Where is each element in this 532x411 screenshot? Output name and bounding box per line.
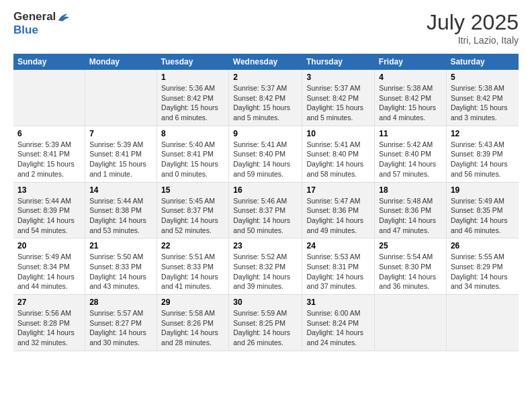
logo: General Blue — [13, 10, 71, 37]
calendar-cell: 9Sunrise: 5:41 AMSunset: 8:40 PMDaylight… — [229, 126, 302, 182]
table-row: 1Sunrise: 5:36 AMSunset: 8:42 PMDaylight… — [13, 70, 519, 126]
calendar-cell: 26Sunrise: 5:55 AMSunset: 8:29 PMDayligh… — [446, 238, 519, 295]
day-number: 30 — [233, 298, 298, 307]
day-info: Sunrise: 5:39 AMSunset: 8:41 PMDaylight:… — [89, 140, 152, 179]
day-number: 23 — [233, 241, 298, 250]
day-number: 12 — [451, 129, 515, 138]
day-info: Sunrise: 5:48 AMSunset: 8:36 PMDaylight:… — [379, 196, 442, 236]
day-number: 20 — [17, 241, 81, 250]
day-info: Sunrise: 5:41 AMSunset: 8:40 PMDaylight:… — [306, 140, 370, 179]
calendar-cell — [446, 295, 519, 351]
header: General Blue July 2025 Itri, Lazio, Ital… — [13, 10, 519, 46]
calendar-cell: 27Sunrise: 5:56 AMSunset: 8:28 PMDayligh… — [13, 295, 85, 351]
day-info: Sunrise: 5:36 AMSunset: 8:42 PMDaylight:… — [161, 83, 224, 123]
calendar-cell: 5Sunrise: 5:38 AMSunset: 8:42 PMDaylight… — [446, 70, 519, 126]
calendar-cell: 24Sunrise: 5:53 AMSunset: 8:31 PMDayligh… — [302, 238, 375, 295]
col-wednesday: Wednesday — [229, 54, 302, 70]
day-info: Sunrise: 5:51 AMSunset: 8:33 PMDaylight:… — [161, 252, 224, 291]
calendar-cell — [85, 70, 157, 126]
table-row: 6Sunrise: 5:39 AMSunset: 8:41 PMDaylight… — [13, 126, 519, 182]
day-number: 4 — [379, 73, 442, 82]
calendar-cell: 21Sunrise: 5:50 AMSunset: 8:33 PMDayligh… — [85, 238, 157, 295]
calendar-cell — [13, 70, 85, 126]
day-info: Sunrise: 5:45 AMSunset: 8:37 PMDaylight:… — [161, 196, 224, 236]
day-info: Sunrise: 5:54 AMSunset: 8:30 PMDaylight:… — [379, 252, 442, 291]
table-row: 27Sunrise: 5:56 AMSunset: 8:28 PMDayligh… — [13, 295, 519, 351]
day-number: 3 — [306, 73, 370, 82]
calendar-cell — [375, 295, 447, 351]
day-number: 7 — [89, 129, 152, 138]
day-info: Sunrise: 5:42 AMSunset: 8:40 PMDaylight:… — [379, 140, 442, 179]
table-row: 13Sunrise: 5:44 AMSunset: 8:39 PMDayligh… — [13, 182, 519, 238]
calendar-cell: 7Sunrise: 5:39 AMSunset: 8:41 PMDaylight… — [85, 126, 157, 182]
day-number: 14 — [89, 185, 152, 195]
calendar-cell: 15Sunrise: 5:45 AMSunset: 8:37 PMDayligh… — [157, 182, 229, 238]
calendar-cell: 17Sunrise: 5:47 AMSunset: 8:36 PMDayligh… — [302, 182, 375, 238]
day-number: 22 — [161, 241, 224, 250]
day-info: Sunrise: 5:37 AMSunset: 8:42 PMDaylight:… — [233, 83, 298, 123]
day-info: Sunrise: 6:00 AMSunset: 8:24 PMDaylight:… — [306, 308, 370, 348]
day-number: 1 — [161, 73, 224, 82]
day-info: Sunrise: 5:40 AMSunset: 8:41 PMDaylight:… — [161, 140, 224, 179]
day-info: Sunrise: 5:44 AMSunset: 8:39 PMDaylight:… — [17, 196, 81, 236]
day-info: Sunrise: 5:41 AMSunset: 8:40 PMDaylight:… — [233, 140, 298, 179]
calendar-cell: 14Sunrise: 5:44 AMSunset: 8:38 PMDayligh… — [85, 182, 157, 238]
day-number: 16 — [233, 185, 298, 195]
calendar-cell: 28Sunrise: 5:57 AMSunset: 8:27 PMDayligh… — [85, 295, 157, 351]
day-info: Sunrise: 5:43 AMSunset: 8:39 PMDaylight:… — [451, 140, 515, 179]
day-number: 19 — [451, 185, 515, 195]
day-number: 15 — [161, 185, 224, 195]
logo-general: General — [13, 10, 56, 23]
day-info: Sunrise: 5:49 AMSunset: 8:35 PMDaylight:… — [451, 196, 515, 236]
calendar-cell: 23Sunrise: 5:52 AMSunset: 8:32 PMDayligh… — [229, 238, 302, 295]
day-number: 24 — [306, 241, 370, 250]
calendar-cell: 31Sunrise: 6:00 AMSunset: 8:24 PMDayligh… — [302, 295, 375, 351]
day-number: 13 — [17, 185, 81, 195]
day-number: 6 — [17, 129, 81, 138]
day-info: Sunrise: 5:57 AMSunset: 8:27 PMDaylight:… — [89, 308, 152, 348]
day-info: Sunrise: 5:53 AMSunset: 8:31 PMDaylight:… — [306, 252, 370, 291]
col-saturday: Saturday — [446, 54, 519, 70]
day-info: Sunrise: 5:47 AMSunset: 8:36 PMDaylight:… — [306, 196, 370, 236]
calendar-cell: 11Sunrise: 5:42 AMSunset: 8:40 PMDayligh… — [375, 126, 447, 182]
calendar-cell: 25Sunrise: 5:54 AMSunset: 8:30 PMDayligh… — [375, 238, 447, 295]
day-number: 11 — [379, 129, 442, 138]
calendar-cell: 29Sunrise: 5:58 AMSunset: 8:26 PMDayligh… — [157, 295, 229, 351]
col-sunday: Sunday — [13, 54, 85, 70]
calendar-cell: 1Sunrise: 5:36 AMSunset: 8:42 PMDaylight… — [157, 70, 229, 126]
calendar-cell: 3Sunrise: 5:37 AMSunset: 8:42 PMDaylight… — [302, 70, 375, 126]
day-number: 18 — [379, 185, 442, 195]
day-number: 28 — [89, 298, 152, 307]
calendar-cell: 4Sunrise: 5:38 AMSunset: 8:42 PMDaylight… — [375, 70, 447, 126]
day-number: 9 — [233, 129, 298, 138]
col-thursday: Thursday — [302, 54, 375, 70]
day-number: 17 — [306, 185, 370, 195]
calendar-cell: 2Sunrise: 5:37 AMSunset: 8:42 PMDaylight… — [229, 70, 302, 126]
col-monday: Monday — [85, 54, 157, 70]
col-friday: Friday — [375, 54, 447, 70]
calendar-cell: 10Sunrise: 5:41 AMSunset: 8:40 PMDayligh… — [302, 126, 375, 182]
day-number: 21 — [89, 241, 152, 250]
day-number: 26 — [451, 241, 515, 250]
day-info: Sunrise: 5:55 AMSunset: 8:29 PMDaylight:… — [451, 252, 515, 291]
calendar-cell: 30Sunrise: 5:59 AMSunset: 8:25 PMDayligh… — [229, 295, 302, 351]
day-info: Sunrise: 5:50 AMSunset: 8:33 PMDaylight:… — [89, 252, 152, 291]
calendar-cell: 6Sunrise: 5:39 AMSunset: 8:41 PMDaylight… — [13, 126, 85, 182]
calendar-cell: 20Sunrise: 5:49 AMSunset: 8:34 PMDayligh… — [13, 238, 85, 295]
day-number: 27 — [17, 298, 81, 307]
day-info: Sunrise: 5:58 AMSunset: 8:26 PMDaylight:… — [161, 308, 224, 348]
day-info: Sunrise: 5:39 AMSunset: 8:41 PMDaylight:… — [17, 140, 81, 179]
location: Itri, Lazio, Italy — [427, 35, 519, 46]
calendar-cell: 8Sunrise: 5:40 AMSunset: 8:41 PMDaylight… — [157, 126, 229, 182]
day-info: Sunrise: 5:56 AMSunset: 8:28 PMDaylight:… — [17, 308, 81, 348]
calendar-cell: 13Sunrise: 5:44 AMSunset: 8:39 PMDayligh… — [13, 182, 85, 238]
day-number: 29 — [161, 298, 224, 307]
title-section: July 2025 Itri, Lazio, Italy — [427, 10, 519, 46]
day-number: 8 — [161, 129, 224, 138]
day-info: Sunrise: 5:59 AMSunset: 8:25 PMDaylight:… — [233, 308, 298, 348]
calendar-cell: 19Sunrise: 5:49 AMSunset: 8:35 PMDayligh… — [446, 182, 519, 238]
calendar-cell: 16Sunrise: 5:46 AMSunset: 8:37 PMDayligh… — [229, 182, 302, 238]
day-number: 2 — [233, 73, 298, 82]
day-number: 25 — [379, 241, 442, 250]
col-tuesday: Tuesday — [157, 54, 229, 70]
